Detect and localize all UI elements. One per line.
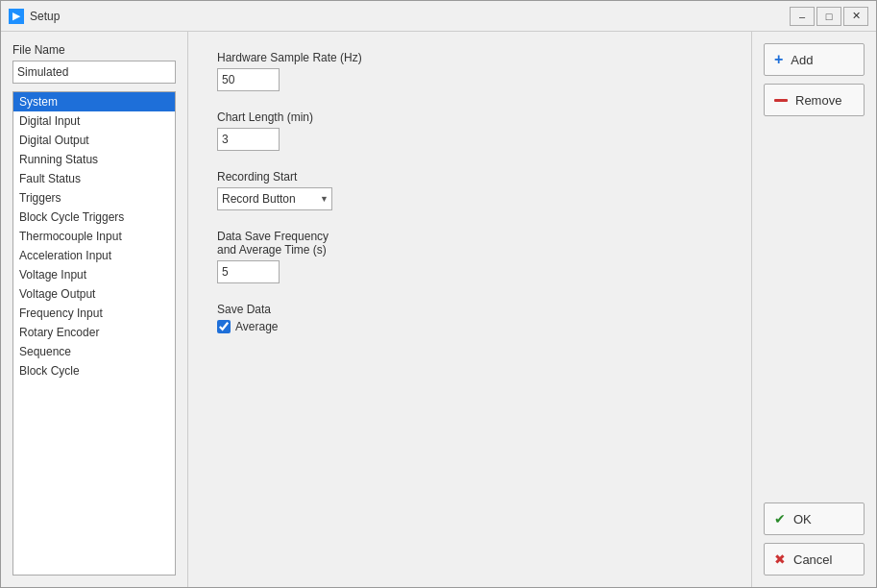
recording-start-select[interactable]: Record Button Auto Start Manual [217,187,332,210]
sidebar-item-digital-output[interactable]: Digital Output [13,131,175,150]
recording-start-label: Recording Start [217,170,722,184]
content-area: File Name System Digital Input Digital O… [1,32,876,587]
data-save-frequency-label: Data Save Frequency and Average Time (s) [217,230,722,257]
sidebar-item-frequency-input[interactable]: Frequency Input [13,304,175,323]
data-save-frequency-input[interactable] [217,260,280,283]
cancel-button[interactable]: ✖ Cancel [764,543,865,576]
cancel-icon: ✖ [774,551,786,567]
nav-list: System Digital Input Digital Output Runn… [12,91,176,576]
main-window: ▶ Setup – □ ✕ File Name System Digital I… [0,0,877,588]
app-icon: ▶ [9,9,24,24]
average-label: Average [235,320,278,333]
recording-start-group: Recording Start Record Button Auto Start… [217,170,722,210]
sidebar-item-sequence[interactable]: Sequence [13,342,175,361]
sidebar-item-triggers[interactable]: Triggers [13,188,175,208]
right-panel-bottom: ✔ OK ✖ Cancel [764,502,865,576]
close-button[interactable]: ✕ [843,7,868,26]
chart-length-group: Chart Length (min) [217,110,722,151]
add-icon: + [774,52,783,67]
cancel-label: Cancel [793,552,832,567]
add-button[interactable]: + Add [764,43,865,76]
data-save-frequency-group: Data Save Frequency and Average Time (s) [217,230,722,283]
ok-button[interactable]: ✔ OK [764,502,865,535]
right-panel-top: + Add Remove [764,43,865,116]
remove-icon [774,99,788,102]
file-name-input[interactable] [12,61,176,84]
window-title: Setup [30,10,784,23]
hardware-sample-rate-input[interactable] [217,68,280,91]
recording-start-select-wrapper: Record Button Auto Start Manual [217,187,332,210]
sidebar-item-voltage-output[interactable]: Voltage Output [13,284,175,304]
ok-label: OK [793,512,812,527]
file-name-label: File Name [12,43,176,57]
title-bar: ▶ Setup – □ ✕ [1,1,876,32]
right-panel: + Add Remove ✔ OK ✖ Cancel [751,32,876,587]
sidebar-item-block-cycle-triggers[interactable]: Block Cycle Triggers [13,208,175,227]
remove-label: Remove [795,93,841,108]
maximize-button[interactable]: □ [816,7,841,26]
average-checkbox[interactable] [217,320,231,333]
minimize-button[interactable]: – [790,7,815,26]
sidebar-item-fault-status[interactable]: Fault Status [13,169,175,188]
sidebar-item-voltage-input[interactable]: Voltage Input [13,265,175,284]
chart-length-label: Chart Length (min) [217,110,722,124]
left-panel: File Name System Digital Input Digital O… [1,32,188,587]
chart-length-input[interactable] [217,128,280,151]
main-form-panel: Hardware Sample Rate (Hz) Chart Length (… [188,32,751,587]
sidebar-item-acceleration-input[interactable]: Acceleration Input [13,246,175,265]
sidebar-item-running-status[interactable]: Running Status [13,150,175,169]
save-data-title: Save Data [217,303,722,316]
add-label: Add [791,53,813,67]
hardware-sample-rate-group: Hardware Sample Rate (Hz) [217,51,722,91]
sidebar-item-system[interactable]: System [13,92,175,111]
average-checkbox-group: Average [217,320,722,333]
hardware-sample-rate-label: Hardware Sample Rate (Hz) [217,51,722,64]
sidebar-item-block-cycle[interactable]: Block Cycle [13,361,175,380]
save-data-section: Save Data Average [217,303,722,333]
sidebar-item-rotary-encoder[interactable]: Rotary Encoder [13,323,175,342]
ok-icon: ✔ [774,511,786,527]
file-name-section: File Name [12,43,176,84]
sidebar-item-thermocouple-input[interactable]: Thermocouple Input [13,227,175,246]
window-controls: – □ ✕ [790,7,868,26]
remove-button[interactable]: Remove [764,84,865,116]
sidebar-item-digital-input[interactable]: Digital Input [13,111,175,131]
